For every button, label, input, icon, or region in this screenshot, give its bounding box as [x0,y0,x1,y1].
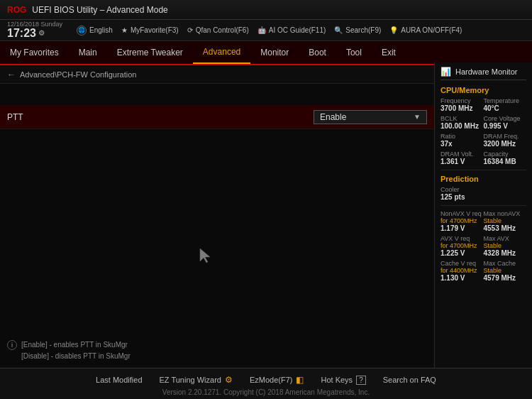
info-note-enable-text: [Enable] - enables PTT in SkuMgr [21,339,128,351]
bottom-actions: Last Modified EZ Tuning Wizard ⚙ EzMode(… [0,371,532,388]
search-action[interactable]: 🔍 Search(F9) [334,26,381,34]
title-bar: ROG UEFI BIOS Utility – Advanced Mode [0,0,532,20]
cursor-area [199,247,213,267]
hw-capacity-label: Capacity [484,151,527,158]
aura-icon: 💡 [389,26,398,34]
hw-dramvolt-col: DRAM Volt. 1.361 V [440,151,484,165]
nav-item-monitor[interactable]: Monitor [250,41,299,64]
hw-corevolt-label: Core Voltage [484,115,527,122]
nav-item-favorites[interactable]: My Favorites [0,41,69,64]
prediction-title: Prediction [440,175,526,183]
pred-nonavx-highlight: for 4700MHz [440,217,484,224]
pred-maxnonavx-label: Max nonAVX [484,210,527,217]
hw-temperature-value: 40°C [484,104,527,112]
hw-dramvolt-capacity-row: DRAM Volt. 1.361 V Capacity 16384 MB [440,151,526,165]
dropdown-arrow-icon: ▼ [414,113,421,121]
nav-bar: My Favorites Main Extreme Tweaker Advanc… [0,41,532,65]
back-arrow-icon[interactable]: ← [7,70,16,80]
nav-item-extreme-tweaker[interactable]: Extreme Tweaker [107,41,193,64]
time-display: 17:23 ⚙ [7,28,62,39]
hw-ratio-label: Ratio [440,133,484,140]
myfavorites-action[interactable]: ★ MyFavorite(F3) [121,26,179,34]
pred-avx-col: AVX V req for 4700MHz 1.225 V [440,235,484,257]
cooler-label: Cooler [440,186,526,193]
pred-maxavx-label: Max AVX [484,235,527,242]
nav-item-tool[interactable]: Tool [336,41,372,64]
hw-dramfreq-value: 3200 MHz [484,140,527,148]
pred-avx-row: AVX V req for 4700MHz 1.225 V Max AVX St… [440,235,526,257]
language-action[interactable]: 🌐 English [77,26,113,35]
hw-monitor-icon: 📊 [440,67,451,77]
ai-icon: 🤖 [257,26,266,34]
pred-maxcache-value: 4579 MHz [484,274,527,282]
pred-cache-col: Cache V req for 4400MHz 1.130 V [440,260,484,282]
hotkeys-action[interactable]: Hot Keys ? [321,376,365,385]
ezmode-action[interactable]: EzMode(F7) ◧ [250,375,304,385]
info-note-disable-text: [Disable] - disables PTT in SkuMgr [21,351,131,362]
pred-maxcache-label: Max Cache [484,260,527,267]
pred-avx-max-col: Max AVX Stable 4328 MHz [484,235,527,257]
ez-tuning-wizard-action[interactable]: EZ Tuning Wizard ⚙ [160,375,233,385]
ezmode-label: EzMode(F7) [250,376,293,384]
nav-item-boot[interactable]: Boot [299,41,336,64]
pred-nonavx-max-col: Max nonAVX Stable 4553 MHz [484,210,527,232]
rog-logo: ROG [7,5,26,15]
info-note-disable: [Disable] - disables PTT in SkuMgr [7,351,131,362]
hardware-monitor-panel: 📊 Hardware Monitor CPU/Memory Frequency … [434,62,532,368]
pred-maxnonavx-stable: Stable [484,217,527,224]
ptt-row: PTT Enable ▼ [0,105,434,129]
pred-nonavx-value: 1.179 V [440,224,484,232]
hw-frequency-col: Frequency 3700 MHz [440,97,484,112]
pred-nonavx-col: NonAVX V req for 4700MHz 1.179 V [440,210,484,232]
hw-cooler-row: Cooler 125 pts [440,186,526,201]
hw-capacity-value: 16384 MB [484,158,527,165]
aura-action[interactable]: 💡 AURA ON/OFF(F4) [389,26,462,34]
ezmode-icon: ◧ [296,375,304,385]
pred-cache-label: Cache V req [440,260,484,267]
qfan-action[interactable]: ⟳ Qfan Control(F6) [187,26,249,34]
pred-avx-value: 1.225 V [440,249,484,257]
hw-dramvolt-label: DRAM Volt. [440,151,484,158]
pred-avx-label: AVX V req [440,235,484,242]
version-text: Version 2.20.1271. Copyright (C) 2018 Am… [0,388,532,396]
search-icon: 🔍 [334,26,343,34]
pred-cache-value: 1.130 V [440,274,484,282]
hw-divider-2 [440,205,526,206]
ptt-dropdown[interactable]: Enable ▼ [314,110,427,124]
last-modified-label: Last Modified [96,376,142,384]
hotkeys-icon: ? [356,376,366,385]
nav-item-main[interactable]: Main [69,41,107,64]
favorites-icon: ★ [121,26,128,34]
hw-dramvolt-value: 1.361 V [440,158,484,165]
last-modified-action[interactable]: Last Modified [96,376,142,384]
info-icon: i [7,340,17,350]
pred-avx-highlight: for 4700MHz [440,242,484,249]
pred-maxnonavx-value: 4553 MHz [484,224,527,232]
main-content: PTT Enable ▼ i [Enable] - enables PTT in… [0,105,434,368]
ptt-selected-value: Enable [320,112,346,122]
time-settings-icon[interactable]: ⚙ [38,30,45,37]
nav-item-advanced[interactable]: Advanced [193,41,250,64]
pred-cache-max-col: Max Cache Stable 4579 MHz [484,260,527,282]
hw-dramfreq-col: DRAM Freq. 3200 MHz [484,133,527,148]
hw-frequency-value: 3700 MHz [440,104,484,112]
hw-temperature-col: Temperature 40°C [484,97,527,112]
info-bar: 12/16/2018 Sunday 17:23 ⚙ 🌐 English ★ My… [0,20,532,41]
ptt-value-container: Enable ▼ [314,110,427,124]
pred-nonavx-row: NonAVX V req for 4700MHz 1.179 V Max non… [440,210,526,232]
nav-item-exit[interactable]: Exit [372,41,406,64]
search-faq-action[interactable]: Search on FAQ [383,376,436,384]
hw-ratio-value: 37x [440,140,484,148]
ai-oc-action[interactable]: 🤖 AI OC Guide(F11) [257,26,326,34]
hw-divider [440,170,526,170]
pred-maxavx-value: 4328 MHz [484,249,527,257]
breadcrumb: Advanced\PCH-FW Configuration [20,70,136,79]
hw-bclk-voltage-row: BCLK 100.00 MHz Core Voltage 0.995 V [440,115,526,130]
pred-cache-highlight: for 4400MHz [440,267,484,274]
pred-nonavx-label: NonAVX V req [440,210,484,217]
info-note-enable: i [Enable] - enables PTT in SkuMgr [7,339,131,351]
bottom-bar: Last Modified EZ Tuning Wizard ⚙ EzMode(… [0,368,532,399]
mouse-cursor-icon [199,247,213,264]
tuning-icon: ⚙ [225,375,233,385]
svg-marker-0 [200,248,210,263]
